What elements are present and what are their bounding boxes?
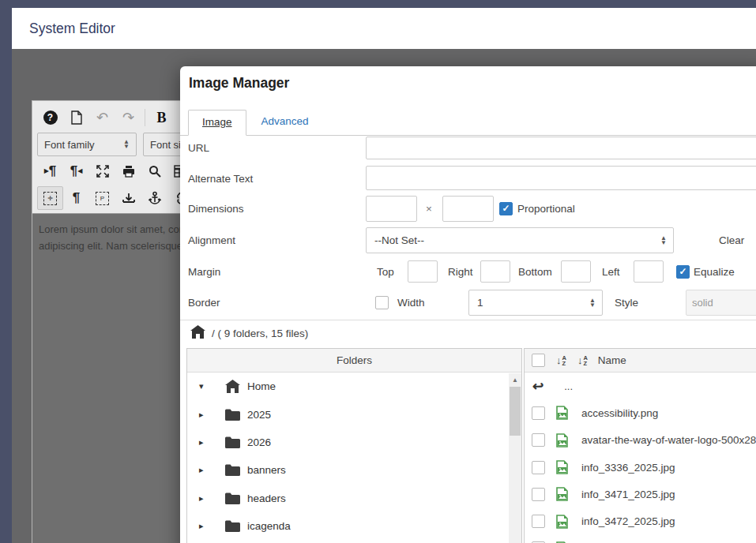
alternate-text-label: Alternate Text bbox=[188, 173, 253, 185]
bold-icon: B bbox=[156, 110, 166, 126]
equalize-checkbox[interactable] bbox=[676, 265, 690, 279]
sort-name-asc-button[interactable]: ↓AZ bbox=[556, 354, 566, 366]
paragraph-rtl-icon: ¶◀ bbox=[70, 163, 83, 179]
font-family-select[interactable]: Font family ▲▼ bbox=[37, 133, 137, 156]
sort-date-button[interactable]: ↓AZ bbox=[577, 354, 588, 366]
show-blocks-button[interactable]: ✛ bbox=[37, 186, 63, 210]
folder-icon bbox=[225, 409, 240, 421]
paragraph-ltr-icon: ▶¶ bbox=[44, 163, 57, 179]
toolbar-separator bbox=[145, 109, 145, 126]
paragraph-rtl-button[interactable]: ¶◀ bbox=[63, 159, 89, 183]
file-checkbox[interactable] bbox=[532, 406, 545, 420]
font-family-label: Font family bbox=[44, 139, 95, 151]
alignment-select[interactable]: --Not Set-- ▲▼ bbox=[366, 227, 674, 253]
top-bar bbox=[0, 0, 756, 8]
alternate-text-input[interactable] bbox=[366, 166, 756, 190]
border-style-input bbox=[686, 290, 756, 316]
file-checkbox[interactable] bbox=[532, 433, 545, 447]
file-row[interactable] bbox=[525, 535, 756, 543]
fullscreen-icon bbox=[96, 164, 110, 178]
tree-item-label: icagenda bbox=[247, 520, 291, 532]
tree-item[interactable]: ▸ icagenda bbox=[187, 512, 521, 540]
file-row[interactable]: accessibility.png bbox=[525, 399, 756, 426]
tree-caret-icon[interactable]: ▾ bbox=[199, 381, 209, 391]
breadcrumb-home-icon[interactable] bbox=[190, 325, 205, 339]
paragraph-button[interactable]: ¶ bbox=[63, 186, 89, 210]
margin-bottom-label: Bottom bbox=[518, 266, 552, 278]
scroll-up-icon[interactable]: ▲ bbox=[509, 373, 521, 386]
tab-advanced[interactable]: Advanced bbox=[248, 110, 322, 136]
file-name: info_3472_2025.jpg bbox=[581, 515, 675, 527]
undo-button[interactable]: ↶ bbox=[89, 106, 115, 129]
p-block-button[interactable]: P bbox=[89, 186, 115, 210]
file-name: info_3336_2025.jpg bbox=[581, 462, 675, 474]
tree-item-label: Home bbox=[247, 380, 276, 392]
dialog-divider bbox=[180, 320, 756, 320]
tree-item[interactable]: ▸ 2025 bbox=[187, 400, 521, 428]
paragraph-icon: ¶ bbox=[73, 190, 80, 206]
file-name: accessibility.png bbox=[581, 407, 658, 419]
tree-caret-icon[interactable]: ▸ bbox=[199, 521, 209, 531]
tree-item[interactable]: ▸ banners bbox=[187, 456, 521, 484]
scrollbar-thumb[interactable] bbox=[510, 387, 521, 436]
anchor-icon bbox=[148, 191, 162, 205]
clear-button[interactable]: Clear bbox=[719, 234, 744, 246]
redo-icon: ↷ bbox=[122, 109, 134, 126]
file-row[interactable]: info_3471_2025.jpg bbox=[525, 481, 756, 507]
dialog-title: Image Manager bbox=[189, 75, 289, 92]
margin-left-label: Left bbox=[602, 266, 620, 278]
folders-scrollbar[interactable]: ▲ bbox=[509, 373, 521, 543]
help-button[interactable]: ? bbox=[37, 106, 63, 129]
up-directory-row[interactable]: ↩ ... bbox=[525, 373, 756, 399]
file-checkbox[interactable] bbox=[532, 515, 545, 528]
margin-right-input[interactable] bbox=[480, 260, 510, 283]
new-document-button[interactable] bbox=[63, 106, 89, 129]
file-row[interactable]: avatar-the-way-of-water-logo-500x281 bbox=[525, 427, 756, 454]
print-icon bbox=[122, 164, 136, 178]
fullscreen-button[interactable] bbox=[89, 159, 115, 183]
tree-caret-icon[interactable]: ▸ bbox=[199, 465, 209, 475]
select-all-checkbox[interactable] bbox=[532, 354, 545, 367]
folders-header-label: Folders bbox=[337, 354, 372, 366]
import-icon bbox=[122, 191, 136, 205]
tree-item[interactable]: ▸ headers bbox=[187, 485, 521, 512]
tab-image[interactable]: Image bbox=[188, 110, 246, 136]
import-button[interactable] bbox=[115, 186, 141, 210]
new-document-icon bbox=[70, 110, 83, 125]
tree-caret-icon[interactable]: ▸ bbox=[199, 437, 209, 448]
undo-icon: ↶ bbox=[96, 109, 108, 126]
tree-item-label: headers bbox=[247, 492, 286, 504]
files-panel-header: ↓AZ ↓AZ Name bbox=[525, 349, 756, 373]
file-name: avatar-the-way-of-water-logo-500x281 bbox=[581, 434, 756, 446]
search-button[interactable] bbox=[141, 159, 167, 183]
help-icon: ? bbox=[43, 110, 58, 125]
tree-item[interactable]: ▸ 2026 bbox=[187, 429, 521, 456]
tree-caret-icon[interactable]: ▸ bbox=[199, 410, 209, 420]
file-name: info_3471_2025.jpg bbox=[581, 489, 675, 500]
redo-button[interactable]: ↷ bbox=[115, 106, 141, 129]
border-checkbox[interactable] bbox=[375, 296, 389, 309]
border-width-value: 1 bbox=[477, 297, 483, 309]
tree-item[interactable]: ▾ Home bbox=[187, 373, 521, 400]
dimensions-height-input[interactable] bbox=[442, 196, 494, 222]
print-button[interactable] bbox=[115, 159, 141, 183]
border-width-select: 1 ▲▼ bbox=[468, 290, 603, 316]
margin-left-input[interactable] bbox=[634, 260, 664, 283]
page-title: System Editor bbox=[29, 8, 115, 49]
dimensions-width-input[interactable] bbox=[366, 196, 417, 222]
paragraph-ltr-button[interactable]: ▶¶ bbox=[37, 159, 63, 183]
url-input[interactable] bbox=[366, 137, 756, 159]
file-checkbox[interactable] bbox=[532, 488, 545, 501]
left-edge-strip bbox=[0, 8, 12, 543]
tree-item-label: 2025 bbox=[247, 409, 271, 421]
file-checkbox[interactable] bbox=[532, 461, 545, 474]
file-row[interactable]: info_3336_2025.jpg bbox=[525, 454, 756, 481]
proportional-checkbox[interactable] bbox=[499, 202, 513, 215]
margin-bottom-input[interactable] bbox=[561, 260, 591, 283]
anchor-button[interactable] bbox=[141, 186, 167, 210]
tree-caret-icon[interactable]: ▸ bbox=[199, 493, 209, 504]
margin-label: Margin bbox=[188, 266, 220, 278]
margin-top-input[interactable] bbox=[408, 260, 438, 283]
file-row[interactable]: info_3472_2025.jpg bbox=[525, 507, 756, 534]
bold-button[interactable]: B bbox=[149, 106, 175, 129]
